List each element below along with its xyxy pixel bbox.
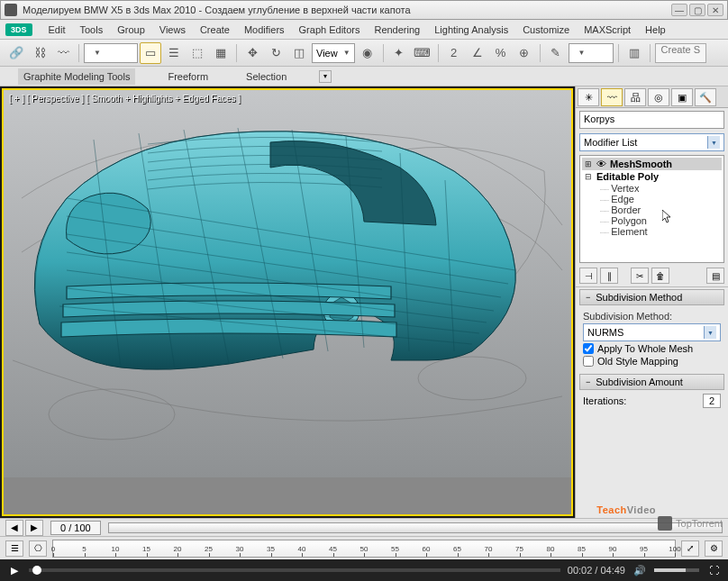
menu-help[interactable]: Help (638, 22, 673, 38)
snap-percent-icon[interactable]: % (490, 42, 512, 64)
show-end-result-icon[interactable]: ∥ (600, 268, 618, 284)
ribbon-tab-graphite[interactable]: Graphite Modeling Tools (18, 68, 135, 85)
close-button[interactable]: ✕ (707, 4, 723, 16)
viewport[interactable]: [ + ] [ Perspective ] [ Smooth + Highlig… (2, 88, 573, 516)
wave-icon[interactable]: 〰 (52, 42, 74, 64)
iterations-spinner[interactable]: 2 (703, 394, 721, 408)
menu-group[interactable]: Group (110, 22, 152, 38)
maximize-button[interactable]: ▢ (689, 4, 705, 16)
stack-item-meshsmooth[interactable]: ⊞👁MeshSmooth (582, 158, 722, 170)
modifier-stack[interactable]: ⊞👁MeshSmooth ⊟Editable Poly Vertex Edge … (579, 155, 724, 263)
rectangle-select-icon[interactable]: ⬚ (187, 42, 208, 64)
track-next-icon[interactable]: ▶ (25, 520, 43, 536)
configure-sets-icon[interactable]: ▤ (706, 268, 724, 284)
display-panel-tab[interactable]: ▣ (671, 88, 693, 106)
teachvideo-watermark: TeachVideo (596, 504, 656, 516)
create-panel-tab[interactable]: ✳ (578, 88, 599, 106)
menu-edit[interactable]: Edit (41, 22, 73, 38)
menu-customize[interactable]: Customize (515, 22, 577, 38)
eye-icon[interactable]: 👁 (596, 159, 606, 169)
time-slider[interactable] (108, 522, 723, 533)
subobj-border[interactable]: Border (582, 204, 722, 215)
subobj-edge[interactable]: Edge (582, 194, 722, 204)
selection-filter-dropdown[interactable]: ▼ (84, 43, 138, 63)
subobj-polygon[interactable]: Polygon (582, 215, 722, 226)
apply-whole-mesh-checkbox[interactable]: Apply To Whole Mesh (583, 343, 721, 354)
timeline-row: ☰ ⎔ 051015202530354045505560657075808590… (0, 536, 728, 559)
old-style-mapping-checkbox[interactable]: Old Style Mapping (583, 356, 721, 367)
hierarchy-panel-tab[interactable]: 品 (624, 88, 646, 106)
track-prev-icon[interactable]: ◀ (5, 520, 23, 536)
rollout-subdivision-method-body: Subdivision Method: NURMS▼ Apply To Whol… (576, 305, 728, 372)
ribbon-bar: Graphite Modeling Tools Freeform Selecti… (0, 67, 728, 86)
select-by-name-icon[interactable]: ☰ (163, 42, 185, 64)
zoom-region-icon[interactable]: ⤢ (681, 540, 699, 557)
snap-angle-icon[interactable]: ∠ (467, 42, 488, 64)
menu-graph-editors[interactable]: Graph Editors (292, 22, 368, 38)
menu-modifiers[interactable]: Modifiers (237, 22, 292, 38)
spinner-snap-icon[interactable]: ⊕ (514, 42, 535, 64)
volume-icon[interactable]: 🔊 (632, 563, 647, 577)
video-progress-bar[interactable] (29, 568, 560, 572)
ref-coord-dropdown[interactable]: View▼ (312, 43, 355, 63)
window-crossing-icon[interactable]: ▦ (210, 42, 232, 64)
pin-stack-icon[interactable]: ⊣ (579, 268, 597, 284)
mirror-icon[interactable]: ▥ (623, 42, 645, 64)
menu-rendering[interactable]: Rendering (367, 22, 427, 38)
app-logo[interactable]: 3DS (5, 23, 32, 36)
select-object-icon[interactable]: ▭ (140, 42, 161, 64)
snap-2d-icon[interactable]: 2 (443, 42, 465, 64)
content-area: [ + ] [ Perspective ] [ Smooth + Highlig… (0, 86, 728, 518)
ribbon-expand-icon[interactable]: ▾ (319, 70, 332, 83)
timeline-ruler[interactable]: 0510152025303540455055606570758085909510… (52, 540, 676, 558)
subdiv-method-dropdown[interactable]: NURMS▼ (583, 323, 721, 341)
move-icon[interactable]: ✥ (241, 42, 263, 64)
volume-slider[interactable] (654, 568, 699, 572)
command-panel-tabs: ✳ 〰 品 ◎ ▣ 🔨 (576, 86, 728, 108)
link-icon[interactable]: 🔗 (5, 42, 27, 64)
menu-views[interactable]: Views (152, 22, 193, 38)
fullscreen-icon[interactable]: ⛶ (706, 563, 721, 577)
stack-tools: ⊣ ∥ ✂ 🗑 ▤ (576, 265, 728, 287)
unlink-icon[interactable]: ⛓ (29, 42, 50, 64)
named-sel-icon[interactable]: ✎ (545, 42, 567, 64)
minimize-button[interactable]: — (671, 4, 687, 16)
set-key-icon[interactable]: ⎔ (29, 540, 47, 557)
modify-panel-tab[interactable]: 〰 (601, 88, 623, 106)
menu-tools[interactable]: Tools (72, 22, 110, 38)
subobj-element[interactable]: Element (582, 226, 722, 237)
motion-panel-tab[interactable]: ◎ (648, 88, 669, 106)
rollout-subdivision-method[interactable]: −Subdivision Method (579, 289, 724, 305)
object-name-field[interactable]: Korpys (579, 111, 724, 129)
menu-create[interactable]: Create (193, 22, 237, 38)
make-unique-icon[interactable]: ✂ (631, 268, 649, 284)
toptorrent-watermark: TopTorrent (658, 516, 723, 531)
main-toolbar: 🔗 ⛓ 〰 ▼ ▭ ☰ ⬚ ▦ ✥ ↻ ◫ View▼ ◉ ✦ ⌨ 2 ∠ % … (0, 40, 728, 67)
keyboard-shortcut-icon[interactable]: ⌨ (412, 42, 433, 64)
menu-maxscript[interactable]: MAXScript (577, 22, 638, 38)
menu-lighting-analysis[interactable]: Lighting Analysis (427, 22, 515, 38)
timeline-config-icon[interactable]: ⚙ (705, 540, 723, 557)
scale-icon[interactable]: ◫ (288, 42, 310, 64)
ribbon-tab-selection[interactable]: Selection (241, 68, 292, 85)
timeline-menu-icon[interactable]: ☰ (5, 540, 23, 557)
subdiv-method-label: Subdivision Method: (583, 311, 721, 322)
manipulate-icon[interactable]: ✦ (388, 42, 410, 64)
use-pivot-icon[interactable]: ◉ (357, 42, 378, 64)
window-titlebar: Моделируем BMW X5 в 3ds Max 2010 - Созда… (0, 0, 728, 20)
named-sel-dropdown[interactable]: ▼ (569, 43, 614, 63)
frame-indicator: 0 / 100 (50, 521, 101, 535)
video-scrubber[interactable] (32, 566, 41, 575)
viewport-label[interactable]: [ + ] [ Perspective ] [ Smooth + Highlig… (9, 94, 241, 104)
remove-modifier-icon[interactable]: 🗑 (651, 268, 669, 284)
play-button[interactable]: ▶ (7, 563, 22, 577)
app-icon (5, 4, 17, 16)
subobj-vertex[interactable]: Vertex (582, 183, 722, 194)
modifier-list-dropdown[interactable]: Modifier List▼ (579, 133, 724, 151)
create-selection-set-button[interactable]: Create S (655, 43, 706, 63)
utilities-panel-tab[interactable]: 🔨 (695, 88, 716, 106)
rollout-subdivision-amount[interactable]: −Subdivision Amount (579, 374, 724, 390)
stack-item-editable-poly[interactable]: ⊟Editable Poly (582, 170, 722, 183)
ribbon-tab-freeform[interactable]: Freeform (162, 68, 214, 85)
rotate-icon[interactable]: ↻ (265, 42, 287, 64)
